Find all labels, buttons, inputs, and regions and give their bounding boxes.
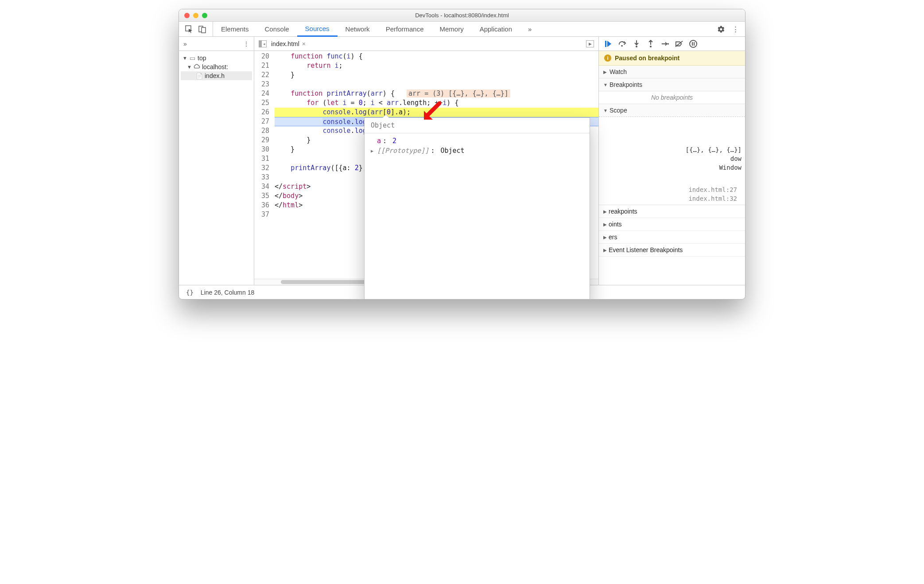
tree-file-index[interactable]: index.h xyxy=(181,71,252,80)
file-tree: ▼ top ▼ localhost: index.h xyxy=(179,51,254,83)
tab-network[interactable]: Network xyxy=(338,22,378,36)
svg-point-9 xyxy=(690,40,697,47)
scope-row[interactable]: dow xyxy=(602,154,742,163)
tab-elements[interactable]: Elements xyxy=(213,22,257,36)
svg-rect-2 xyxy=(202,27,206,33)
navigator-more-icon[interactable]: ⋮ xyxy=(243,40,249,47)
kebab-menu-icon[interactable]: ⋮ xyxy=(732,25,739,33)
minimize-window-button[interactable] xyxy=(193,13,198,18)
section-item[interactable]: ▶reakpoints xyxy=(599,205,745,218)
resume-icon[interactable] xyxy=(604,40,612,48)
toggle-navigator-icon[interactable] xyxy=(259,40,267,47)
scope-row[interactable]: Window xyxy=(602,163,742,172)
pretty-print-icon[interactable]: {} xyxy=(186,289,194,296)
line-gutter: 202122232425262728293031323334353637 xyxy=(254,51,272,279)
svg-point-4 xyxy=(621,45,623,47)
window-title: DevTools - localhost:8080/index.html xyxy=(179,12,745,19)
section-breakpoints[interactable]: ▼Breakpoints xyxy=(599,78,745,91)
tooltip-body: a: 2 ▶ [[Prototype]]: Object xyxy=(365,133,590,158)
tree-top-frame[interactable]: ▼ top xyxy=(181,54,252,62)
paused-label: Paused on breakpoint xyxy=(615,55,679,62)
section-watch[interactable]: ▶Watch xyxy=(599,66,745,78)
main-toolbar: Elements Console Sources Network Perform… xyxy=(179,22,745,37)
file-icon xyxy=(196,72,203,79)
tree-origin[interactable]: ▼ localhost: xyxy=(181,62,252,71)
svg-rect-3 xyxy=(605,41,606,47)
tooltip-prototype-row[interactable]: ▶ [[Prototype]]: Object xyxy=(371,146,583,156)
run-snippet-icon[interactable]: ▶ xyxy=(586,40,594,47)
zoom-window-button[interactable] xyxy=(202,13,207,18)
scope-row[interactable]: [{…}, {…}, {…}] xyxy=(602,145,742,154)
breakpoints-label: Breakpoints xyxy=(610,81,642,88)
watch-label: Watch xyxy=(610,68,627,75)
paused-banner: i Paused on breakpoint xyxy=(599,51,745,66)
devtools-window: DevTools - localhost:8080/index.html Ele… xyxy=(179,9,745,300)
callstack-location[interactable]: index.html:32 xyxy=(602,194,742,203)
scope-label: Scope xyxy=(610,107,627,114)
lower-sections: ▶reakpoints ▶oints ▶ers ▶Event Listener … xyxy=(599,205,745,257)
tree-top-label: top xyxy=(198,55,206,62)
step-icon[interactable] xyxy=(661,40,669,48)
section-item[interactable]: ▶oints xyxy=(599,218,745,231)
tab-console[interactable]: Console xyxy=(257,22,297,36)
section-scope[interactable]: ▼Scope xyxy=(599,104,745,117)
tooltip-property-row[interactable]: a: 2 xyxy=(371,136,583,146)
tab-sources[interactable]: Sources xyxy=(297,22,338,37)
no-breakpoints-text: No breakpoints xyxy=(599,91,745,104)
step-out-icon[interactable] xyxy=(647,40,655,48)
tooltip-title: Object xyxy=(365,118,590,133)
tree-file-label: index.h xyxy=(205,72,225,79)
info-icon: i xyxy=(604,55,611,62)
object-hover-tooltip: Object a: 2 ▶ [[Prototype]]: Object xyxy=(364,117,590,300)
editor-tab-index[interactable]: index.html × xyxy=(271,40,306,47)
settings-gear-icon[interactable] xyxy=(717,25,725,33)
svg-rect-11 xyxy=(694,42,695,46)
cursor-position: Line 26, Column 18 xyxy=(201,289,254,296)
tab-application[interactable]: Application xyxy=(472,22,520,36)
navigator-head: » ⋮ xyxy=(179,37,254,51)
tooltip-proto-label: [[Prototype]] xyxy=(377,147,429,155)
sources-body: » ⋮ ▼ top ▼ localhost: ind xyxy=(179,37,745,285)
section-item[interactable]: ▶Event Listener Breakpoints xyxy=(599,244,745,257)
inspect-element-icon[interactable] xyxy=(185,25,193,33)
section-item[interactable]: ▶ers xyxy=(599,231,745,244)
frame-icon xyxy=(189,55,196,62)
editor-tabbar: index.html × ▶ xyxy=(254,37,598,51)
deactivate-breakpoints-icon[interactable] xyxy=(675,40,683,48)
scope-body: [{…}, {…}, {…}] dow Window index.html:27… xyxy=(599,117,745,205)
tooltip-prop-val: 2 xyxy=(392,137,396,145)
device-toolbar-icon[interactable] xyxy=(198,25,206,33)
cloud-icon xyxy=(193,63,200,70)
tabs-overflow[interactable]: » xyxy=(520,22,540,36)
tooltip-proto-val: Object xyxy=(440,147,464,155)
step-over-icon[interactable] xyxy=(618,40,626,48)
tree-origin-label: localhost: xyxy=(202,63,228,70)
editor-tab-label: index.html xyxy=(271,40,299,47)
tooltip-prop-key: a xyxy=(377,137,381,145)
tab-memory[interactable]: Memory xyxy=(432,22,472,36)
navigator-pane: » ⋮ ▼ top ▼ localhost: ind xyxy=(179,37,254,285)
debugger-toolbar xyxy=(599,37,745,51)
close-tab-icon[interactable]: × xyxy=(302,40,306,47)
navigator-overflow[interactable]: » xyxy=(183,40,187,47)
debugger-pane: i Paused on breakpoint ▶Watch ▼Breakpoin… xyxy=(599,37,745,285)
panel-tabs: Elements Console Sources Network Perform… xyxy=(213,22,540,36)
titlebar: DevTools - localhost:8080/index.html xyxy=(179,9,745,22)
pause-exceptions-icon[interactable] xyxy=(689,40,697,48)
svg-rect-10 xyxy=(692,42,693,46)
close-window-button[interactable] xyxy=(184,13,190,18)
traffic-lights xyxy=(179,13,207,18)
tab-performance[interactable]: Performance xyxy=(378,22,432,36)
svg-point-5 xyxy=(636,46,637,47)
svg-point-6 xyxy=(650,46,652,47)
callstack-location[interactable]: index.html:27 xyxy=(602,185,742,194)
step-into-icon[interactable] xyxy=(633,40,641,48)
svg-point-7 xyxy=(667,43,669,45)
